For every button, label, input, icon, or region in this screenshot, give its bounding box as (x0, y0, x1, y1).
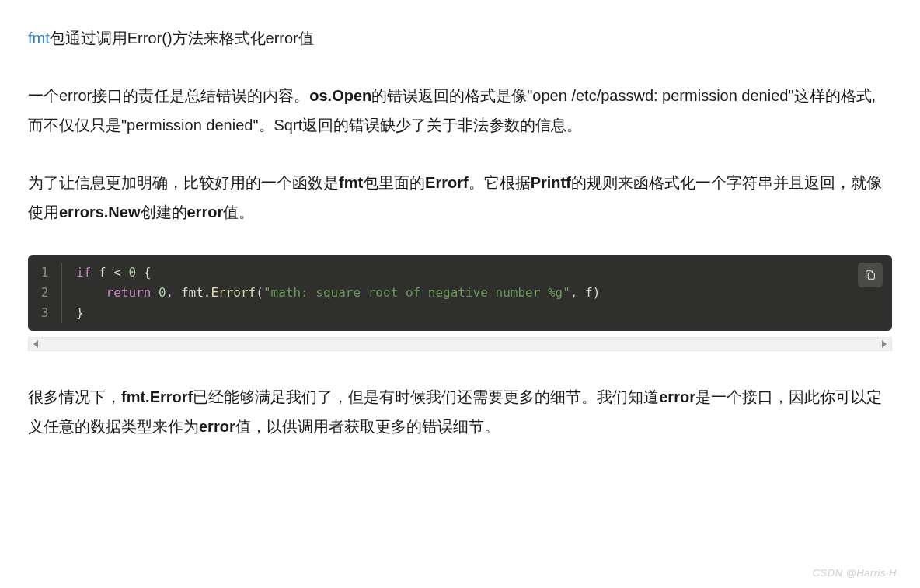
p3-t5: 创建的 (141, 204, 187, 221)
tok-comma: , (570, 285, 578, 300)
p3-b3: Printf (531, 174, 571, 191)
copy-button[interactable] (858, 263, 883, 287)
para1-text: 包通过调用Error()方法来格式化error值 (50, 30, 314, 47)
tok-var: f (99, 265, 106, 280)
p4-t4: 值，以供调用者获取更多的错误细节。 (235, 418, 500, 435)
p2-t1: 一个error接口的责任是总结错误的内容。 (28, 87, 309, 104)
tok-op: < (113, 265, 121, 280)
p3-t6: 值。 (223, 204, 254, 221)
svg-rect-0 (868, 273, 874, 279)
paragraph-2: 一个error接口的责任是总结错误的内容。os.Open的错误返回的格式是像"o… (28, 81, 892, 140)
p4-t2: 已经能够满足我们了，但是有时候我们还需要更多的细节。我们知道 (193, 388, 659, 405)
horizontal-scrollbar[interactable] (28, 337, 892, 351)
tok-num: 0 (128, 265, 136, 280)
tok-keyword: return (106, 285, 152, 300)
fmt-link[interactable]: fmt (28, 30, 50, 47)
tok-fn: Errorf (211, 285, 256, 300)
paragraph-4: 很多情况下，fmt.Errorf已经能够满足我们了，但是有时候我们还需要更多的细… (28, 382, 892, 441)
code-content[interactable]: if f < 0 { return 0, fmt.Errorf("math: s… (62, 263, 892, 323)
paragraph-1: fmt包通过调用Error()方法来格式化error值 (28, 23, 892, 53)
p3-b1: fmt (339, 174, 363, 191)
code-block: 1 2 3 if f < 0 { return 0, fmt.Errorf("m… (28, 255, 892, 331)
line-num: 3 (39, 303, 51, 323)
tok-dot: . (204, 285, 211, 300)
tok-num: 0 (159, 285, 166, 300)
tok-comma: , (166, 285, 174, 300)
tok-string: "math: square root of negative number %g… (263, 285, 570, 300)
paragraph-3: 为了让信息更加明确，比较好用的一个函数是fmt包里面的Errorf。它根据Pri… (28, 168, 892, 227)
copy-icon (864, 269, 876, 281)
line-num: 2 (39, 283, 51, 303)
scroll-left-icon[interactable] (33, 340, 38, 348)
scroll-right-icon[interactable] (882, 340, 887, 348)
p4-b3: error (199, 418, 235, 435)
tok-keyword: if (76, 265, 91, 280)
p4-b2: error (659, 388, 695, 405)
tok-brace: { (144, 265, 152, 280)
p3-t2: 包里面的 (363, 174, 425, 191)
p3-b5: error (187, 204, 224, 221)
line-num: 1 (39, 263, 51, 283)
tok-paren: ( (256, 285, 263, 300)
p3-b2: Errorf (425, 174, 469, 191)
p4-b1: fmt.Errorf (121, 388, 193, 405)
p3-t1: 为了让信息更加明确，比较好用的一个函数是 (28, 174, 339, 191)
tok-brace: } (76, 305, 84, 320)
line-numbers: 1 2 3 (28, 263, 62, 323)
os-open-bold: os.Open (309, 87, 371, 104)
p3-t3: 。它根据 (469, 174, 531, 191)
tok-arg: f (585, 285, 593, 300)
p4-t1: 很多情况下， (28, 388, 121, 405)
p3-b4: errors.New (59, 204, 141, 221)
tok-paren: ) (593, 285, 601, 300)
tok-pkg: fmt (181, 285, 204, 300)
